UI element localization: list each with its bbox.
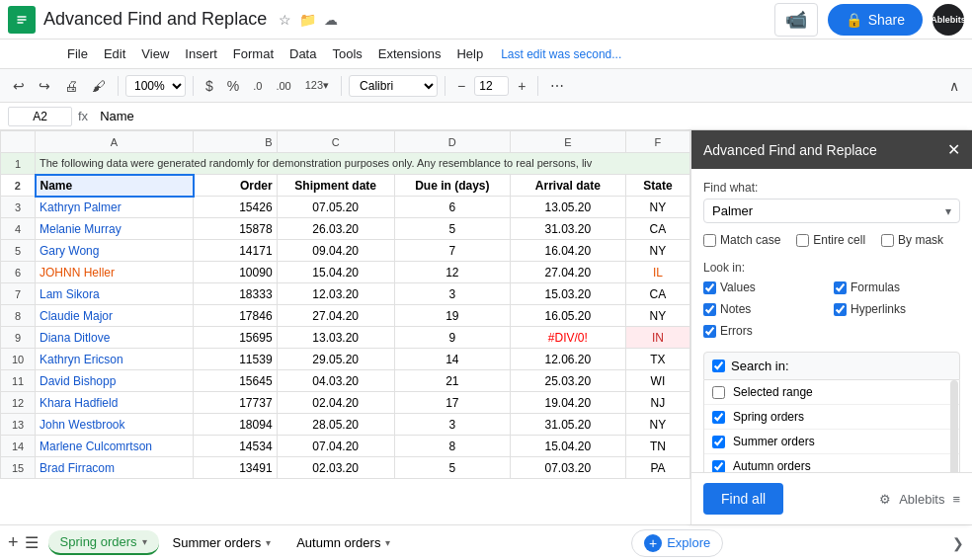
find-input-container: ▾ — [703, 199, 960, 223]
star-icon[interactable]: ☆ — [279, 12, 291, 28]
font-size-input[interactable] — [474, 76, 509, 96]
percent-button[interactable]: % — [222, 75, 244, 97]
by-mask-option[interactable]: By mask — [881, 233, 943, 247]
undo-button[interactable]: ↩ — [8, 75, 30, 97]
add-sheet-button[interactable]: + — [8, 532, 19, 553]
menu-format[interactable]: Format — [225, 42, 282, 65]
values-checkbox[interactable] — [703, 281, 716, 294]
menu-view[interactable]: View — [133, 42, 177, 65]
folder-icon[interactable]: 📁 — [299, 12, 316, 28]
look-in-checkboxes: Values Formulas Notes Hyperlinks Errors — [703, 280, 960, 342]
header-state[interactable]: State — [625, 175, 689, 197]
selected-range-label: Selected range — [733, 385, 813, 399]
settings-icon[interactable]: ⚙ — [879, 492, 891, 507]
find-input[interactable] — [712, 203, 945, 218]
meet-button[interactable]: 📹 — [774, 3, 818, 37]
collapse-sidebar-button[interactable]: ❯ — [952, 535, 964, 551]
spring-orders-checkbox[interactable] — [712, 411, 725, 424]
sheets-menu-button[interactable]: ☰ — [25, 533, 39, 552]
panel: Advanced Find and Replace ✕ Find what: ▾… — [690, 130, 972, 524]
table-row: 14 Marlene Culcomrtson 14534 07.04.20 8 … — [1, 436, 690, 457]
menu-file[interactable]: File — [59, 42, 96, 65]
summer-orders-checkbox[interactable] — [712, 436, 725, 448]
errors-option[interactable]: Errors — [703, 324, 830, 338]
separator-4 — [445, 76, 446, 96]
font-select[interactable]: Calibri — [349, 75, 438, 97]
paint-format-button[interactable]: 🖌 — [87, 75, 111, 97]
separator-2 — [193, 76, 194, 96]
format-button[interactable]: 123▾ — [300, 76, 334, 95]
formula-input[interactable] — [94, 107, 964, 125]
match-case-checkbox[interactable] — [703, 234, 716, 247]
toolbar-collapse[interactable]: ∧ — [944, 75, 964, 97]
header-shipdate[interactable]: Shipment date — [277, 175, 394, 197]
find-label: Find what: — [703, 181, 960, 195]
decimal-more-button[interactable]: .00 — [271, 77, 295, 95]
header-name[interactable]: Name — [36, 175, 194, 197]
col-header-b[interactable]: B — [194, 131, 278, 153]
entire-cell-checkbox[interactable] — [796, 234, 809, 247]
col-header-c[interactable]: C — [277, 131, 394, 153]
match-case-option[interactable]: Match case — [703, 233, 780, 247]
search-in-item: Selected range — [704, 380, 959, 405]
menu-help[interactable]: Help — [448, 42, 491, 65]
entire-cell-option[interactable]: Entire cell — [796, 233, 865, 247]
col-header-e[interactable]: E — [510, 131, 625, 153]
zoom-select[interactable]: 100% — [125, 75, 186, 97]
panel-close-button[interactable]: ✕ — [947, 140, 960, 159]
by-mask-checkbox[interactable] — [881, 234, 894, 247]
menu-tools[interactable]: Tools — [324, 42, 369, 65]
decimal-less-button[interactable]: .0 — [248, 77, 267, 95]
find-all-button[interactable]: Find all — [703, 483, 783, 515]
menu-extensions[interactable]: Extensions — [370, 42, 449, 65]
tab-spring-orders[interactable]: Spring orders ▾ — [48, 530, 159, 555]
table-row: 4 Melanie Murray 15878 26.03.20 5 31.03.… — [1, 218, 690, 240]
search-in-master-checkbox[interactable] — [712, 360, 725, 372]
notes-checkbox[interactable] — [703, 303, 716, 316]
font-size-decrease[interactable]: − — [452, 75, 470, 97]
scrollbar[interactable] — [950, 380, 958, 472]
hyperlinks-option[interactable]: Hyperlinks — [834, 302, 960, 316]
share-button[interactable]: 🔒 Share — [828, 4, 923, 36]
tab-arrow-spring[interactable]: ▾ — [142, 536, 147, 547]
values-option[interactable]: Values — [703, 280, 830, 294]
menu-insert[interactable]: Insert — [177, 42, 225, 65]
formulas-option[interactable]: Formulas — [834, 280, 960, 294]
table-row: 15 Brad Firracom 13491 02.03.20 5 07.03.… — [1, 457, 690, 479]
tab-autumn-orders[interactable]: Autumn orders ▾ — [284, 531, 402, 554]
explore-button[interactable]: + Explore — [631, 529, 723, 557]
formulas-checkbox[interactable] — [834, 281, 847, 294]
tab-arrow-autumn[interactable]: ▾ — [385, 537, 390, 548]
hyperlinks-checkbox[interactable] — [834, 303, 847, 316]
cloud-icon[interactable]: ☁ — [324, 12, 338, 28]
cell-reference[interactable] — [8, 107, 72, 126]
tab-arrow-summer[interactable]: ▾ — [266, 537, 271, 548]
search-in-item: Summer orders — [704, 430, 959, 454]
find-dropdown-arrow[interactable]: ▾ — [945, 204, 951, 218]
notes-option[interactable]: Notes — [703, 302, 830, 316]
font-size-increase[interactable]: + — [513, 75, 530, 97]
errors-checkbox[interactable] — [703, 325, 716, 338]
redo-button[interactable]: ↪ — [34, 75, 55, 97]
col-header-a[interactable]: A — [36, 131, 194, 153]
look-in-label: Look in: — [703, 261, 960, 275]
menu-data[interactable]: Data — [282, 42, 324, 65]
print-button[interactable]: 🖨 — [59, 75, 83, 97]
autumn-orders-checkbox[interactable] — [712, 460, 725, 473]
separator-5 — [537, 76, 538, 96]
tab-summer-orders[interactable]: Summer orders ▾ — [161, 531, 284, 554]
currency-button[interactable]: $ — [201, 75, 218, 97]
header-arrival[interactable]: Arrival date — [510, 175, 625, 197]
header-due[interactable]: Due in (days) — [394, 175, 510, 197]
avatar[interactable]: Ablebits — [932, 4, 964, 36]
col-header-f[interactable]: F — [625, 131, 689, 153]
more-formats-button[interactable]: ⋯ — [545, 75, 569, 97]
selected-range-checkbox[interactable] — [712, 386, 725, 399]
menu-edit[interactable]: Edit — [96, 42, 133, 65]
header-order[interactable]: Order — [194, 175, 278, 197]
last-edit: Last edit was second... — [501, 47, 621, 61]
panel-footer: Find all ⚙ Ablebits ≡ — [691, 472, 972, 524]
menu-icon[interactable]: ≡ — [952, 492, 960, 507]
col-header-d[interactable]: D — [394, 131, 510, 153]
sheet-scroll[interactable]: A B C D E F 1 The following data were ge… — [0, 130, 690, 524]
